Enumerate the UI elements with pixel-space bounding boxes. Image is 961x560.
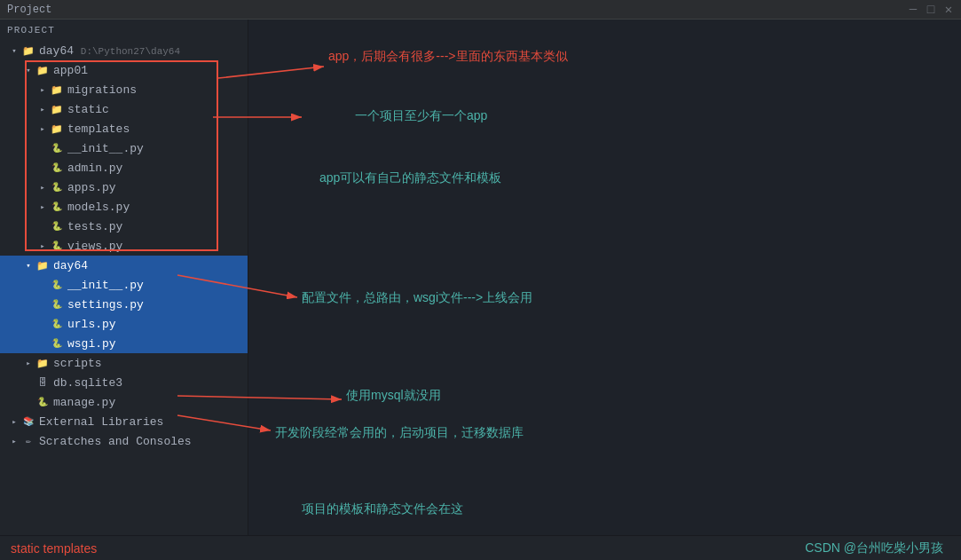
item-label-db-sqlite3: db.sqlite3	[53, 376, 122, 390]
folder-icon	[35, 356, 50, 370]
folder-icon	[50, 83, 64, 97]
bottom-right-text: CSDN @台州吃柴小男孩	[805, 540, 943, 556]
arrow-icon	[7, 434, 21, 448]
item-label-views-py: views.py	[67, 240, 122, 253]
item-label-static: static	[67, 103, 109, 116]
folder-icon	[50, 122, 64, 136]
item-label-init-day64: __init__.py	[67, 279, 144, 292]
item-label-migrations: migrations	[67, 83, 137, 97]
py-icon	[50, 336, 64, 351]
folder-icon	[50, 102, 64, 116]
tree-item-static[interactable]: static	[0, 99, 248, 119]
lib-icon	[21, 414, 35, 429]
tree-item-apps-py[interactable]: apps.py	[0, 177, 248, 197]
folder-icon	[35, 258, 50, 272]
tree-item-scripts[interactable]: scripts	[0, 353, 248, 373]
tree-item-models-py[interactable]: models.py	[0, 197, 248, 217]
item-label-day64-inner: day64	[53, 259, 88, 272]
arrow-icon	[35, 180, 50, 194]
arrow-icon	[35, 83, 50, 97]
tree-item-day64-root[interactable]: day64 D:\Python27\day64	[0, 41, 248, 60]
arrow-icon	[35, 200, 50, 214]
arrow-icon	[21, 356, 35, 370]
project-sidebar: Project day64 D:\Python27\day64 app01 mi…	[0, 20, 248, 560]
arrow-icon	[7, 414, 21, 429]
tree-item-manage-py[interactable]: manage.py	[0, 392, 248, 412]
main-layout: Project day64 D:\Python27\day64 app01 mi…	[0, 20, 961, 560]
folder-icon	[35, 63, 50, 77]
py-icon	[35, 395, 50, 409]
item-label-admin-py: admin.py	[67, 162, 122, 175]
item-label-ext-libs: External Libraries	[39, 415, 163, 429]
tree-item-ext-libs[interactable]: External Libraries	[0, 412, 248, 431]
py-icon	[50, 278, 64, 292]
tree-item-init-app01[interactable]: __init__.py	[0, 138, 248, 158]
window-controls[interactable]: ─ □ ✕	[908, 4, 954, 15]
scratch-icon	[21, 434, 35, 448]
item-label-scratches: Scratches and Consoles	[39, 435, 192, 448]
item-label-app01: app01	[53, 64, 88, 77]
py-icon	[50, 219, 64, 233]
minimize-btn[interactable]: ─	[908, 4, 918, 15]
tree-item-day64-inner[interactable]: day64	[0, 256, 248, 275]
sidebar-header: Project	[0, 20, 248, 41]
arrow-icon	[7, 43, 21, 58]
bottom-bar: static templates CSDN @台州吃柴小男孩	[0, 535, 961, 560]
arrow-icon	[21, 258, 35, 272]
item-label-urls-py: urls.py	[67, 318, 116, 331]
tree-item-templates[interactable]: templates	[0, 119, 248, 138]
folder-icon	[21, 43, 35, 58]
arrow-icon	[21, 63, 35, 77]
tree-item-admin-py[interactable]: admin.py	[0, 158, 248, 177]
tree-item-tests-py[interactable]: tests.py	[0, 217, 248, 236]
content-area	[248, 20, 961, 560]
tree-item-scratches[interactable]: Scratches and Consoles	[0, 431, 248, 451]
arrow-icon	[35, 239, 50, 253]
item-label-init-app01: __init__.py	[67, 142, 144, 155]
item-label-scripts: scripts	[53, 357, 102, 370]
item-label-apps-py: apps.py	[67, 181, 116, 194]
item-label-models-py: models.py	[67, 201, 130, 214]
tree-item-wsgi-py[interactable]: wsgi.py	[0, 334, 248, 353]
tree-item-migrations[interactable]: migrations	[0, 80, 248, 99]
py-icon	[50, 141, 64, 155]
arrow-icon	[35, 122, 50, 136]
bottom-left-text: static templates	[11, 541, 97, 556]
py-icon	[50, 239, 64, 253]
window-title: Project	[7, 4, 51, 16]
py-icon	[50, 297, 64, 312]
py-icon	[50, 180, 64, 194]
py-icon	[50, 317, 64, 331]
tree-item-db-sqlite3[interactable]: db.sqlite3	[0, 373, 248, 392]
tree-item-init-day64[interactable]: __init__.py	[0, 275, 248, 295]
item-label-templates: templates	[67, 122, 130, 136]
item-label-wsgi-py: wsgi.py	[67, 337, 116, 351]
py-icon	[50, 200, 64, 214]
maximize-btn[interactable]: □	[926, 4, 936, 15]
tree-item-views-py[interactable]: views.py	[0, 236, 248, 256]
top-bar: Project ─ □ ✕	[0, 0, 961, 20]
close-btn[interactable]: ✕	[943, 4, 954, 15]
db-icon	[35, 375, 50, 390]
tree-item-settings-py[interactable]: settings.py	[0, 295, 248, 314]
item-label-settings-py: settings.py	[67, 298, 144, 312]
tree-item-app01[interactable]: app01	[0, 60, 248, 80]
item-label-tests-py: tests.py	[67, 220, 122, 233]
tree-item-urls-py[interactable]: urls.py	[0, 314, 248, 334]
py-icon	[50, 161, 64, 175]
arrow-icon	[35, 102, 50, 116]
item-label-manage-py: manage.py	[53, 396, 115, 409]
item-label-day64-root: day64 D:\Python27\day64	[39, 44, 180, 58]
